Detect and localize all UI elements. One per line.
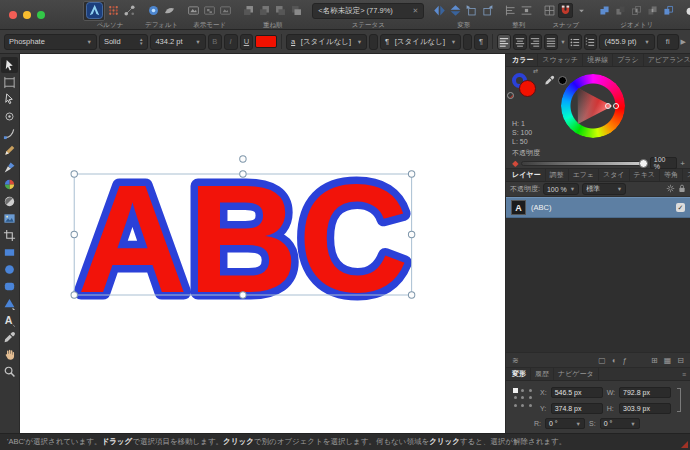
- zoom-tool[interactable]: [1, 363, 18, 379]
- numbered-list-button[interactable]: [584, 34, 598, 50]
- font-size-select[interactable]: 434.2 pt▼: [150, 34, 205, 50]
- preset-icon[interactable]: [146, 3, 161, 18]
- field-w[interactable]: 792.8 px: [619, 387, 671, 398]
- anchor-point-selector[interactable]: [512, 387, 534, 409]
- tab-ナビゲータ[interactable]: ナビゲータ: [554, 368, 599, 380]
- tab-スタイ[interactable]: スタイ: [599, 169, 630, 181]
- panel-menu-icon[interactable]: ≡: [682, 371, 688, 378]
- layer-row[interactable]: A(ABC)✓: [506, 197, 690, 218]
- flip-vertical-icon[interactable]: [448, 3, 463, 18]
- tab-境界線[interactable]: 境界線: [583, 54, 613, 66]
- fill-tool[interactable]: [1, 176, 18, 192]
- picked-color-swatch[interactable]: [558, 76, 567, 85]
- field-y[interactable]: 374.8 px: [551, 403, 603, 414]
- boolean-intersect-icon[interactable]: [629, 3, 644, 18]
- tab-アピアランス[interactable]: アピアランス: [644, 54, 690, 66]
- eyedropper-icon[interactable]: [544, 75, 555, 86]
- italic-button[interactable]: I: [224, 34, 238, 50]
- rotate-ccw-icon[interactable]: [464, 3, 479, 18]
- hue-marker[interactable]: [613, 103, 619, 109]
- tab-カラー[interactable]: カラー: [508, 54, 538, 66]
- link-dimensions-icon[interactable]: [677, 388, 681, 412]
- fill-swatch[interactable]: [519, 80, 536, 97]
- artistic-text-tool[interactable]: A: [1, 312, 18, 328]
- boolean-divide-icon[interactable]: [645, 3, 660, 18]
- add-character-style-button[interactable]: [369, 34, 378, 50]
- triangle-marker[interactable]: [605, 103, 611, 109]
- selection-handle[interactable]: [408, 171, 414, 177]
- to-back-icon[interactable]: [289, 3, 304, 18]
- canvas[interactable]: ABC: [20, 54, 505, 433]
- forward-icon[interactable]: [257, 3, 272, 18]
- boolean-add-icon[interactable]: [597, 3, 612, 18]
- text-fill-swatch[interactable]: [255, 35, 277, 48]
- flip-horizontal-icon[interactable]: [432, 3, 447, 18]
- no-color-icon[interactable]: [507, 92, 514, 99]
- bullet-list-button[interactable]: [568, 34, 582, 50]
- swap-colors-icon[interactable]: ⇄: [533, 67, 538, 74]
- insert-inside-icon[interactable]: [684, 3, 690, 18]
- align-icon[interactable]: [503, 3, 518, 18]
- vector-brush-tool[interactable]: [1, 159, 18, 175]
- view-tool[interactable]: [1, 346, 18, 362]
- rectangle-tool[interactable]: [1, 244, 18, 260]
- tab-調整[interactable]: 調整: [546, 169, 569, 181]
- paragraph-style-select[interactable]: ¶ [スタイルなし]▼: [380, 34, 461, 50]
- shape-tool[interactable]: [1, 295, 18, 311]
- resize-grip-icon[interactable]: [681, 441, 688, 448]
- bold-button[interactable]: B: [208, 34, 222, 50]
- field-h[interactable]: 303.9 px: [619, 403, 671, 414]
- tab-ブラシ[interactable]: ブラシ: [613, 54, 644, 66]
- designer-persona-icon[interactable]: [83, 1, 105, 21]
- pixel-view-icon[interactable]: [202, 3, 217, 18]
- leading-select[interactable]: (455.9 pt)▼: [599, 34, 654, 50]
- blend-options-icon[interactable]: [666, 184, 675, 194]
- opacity-value[interactable]: 100 %: [650, 157, 678, 169]
- minimize-window-button[interactable]: [23, 11, 31, 19]
- selection-handle[interactable]: [408, 231, 414, 237]
- rounded-rectangle-tool[interactable]: [1, 278, 18, 294]
- rotate-cw-icon[interactable]: [480, 3, 495, 18]
- tab-レイヤー[interactable]: レイヤー: [508, 169, 546, 181]
- tab-等角[interactable]: 等角: [660, 169, 683, 181]
- distribute-icon[interactable]: [519, 3, 534, 18]
- tab-スウォッチ[interactable]: スウォッチ: [538, 54, 583, 66]
- pen-tool[interactable]: [1, 125, 18, 141]
- color-picker-tool[interactable]: [1, 329, 18, 345]
- typography-button[interactable]: fi: [657, 34, 679, 50]
- canvas-text-object[interactable]: ABC: [77, 152, 408, 325]
- transparency-tool[interactable]: [1, 193, 18, 209]
- move-tool[interactable]: [1, 57, 18, 73]
- to-front-icon[interactable]: [241, 3, 256, 18]
- close-icon[interactable]: ✕: [412, 7, 418, 15]
- selection-handle[interactable]: [71, 171, 77, 177]
- chevron-down-icon[interactable]: ▼: [560, 39, 565, 45]
- chevron-down-icon[interactable]: [574, 3, 589, 18]
- layer-effects-icon[interactable]: ƒ: [623, 356, 627, 365]
- tab-変形[interactable]: 変形: [508, 368, 531, 380]
- character-style-select[interactable]: a [スタイルなし]▼: [286, 34, 367, 50]
- blend-ranges-icon[interactable]: ≋: [512, 356, 519, 365]
- add-paragraph-style-button[interactable]: [463, 34, 472, 50]
- layers-opacity-select[interactable]: 100 %▼: [543, 183, 579, 195]
- ellipse-tool[interactable]: [1, 261, 18, 277]
- delete-layer-icon[interactable]: ⊟: [677, 356, 684, 365]
- selection-handle[interactable]: [71, 292, 77, 298]
- tab-履歴[interactable]: 履歴: [531, 368, 554, 380]
- overflow-icon[interactable]: ▶: [681, 38, 686, 46]
- artboard-tool[interactable]: [1, 74, 18, 90]
- boolean-subtract-icon[interactable]: [613, 3, 628, 18]
- show-paragraph-marks-button[interactable]: ¶: [474, 34, 488, 50]
- lock-icon[interactable]: [678, 184, 686, 194]
- place-image-tool[interactable]: [1, 210, 18, 226]
- selection-handle[interactable]: [240, 171, 246, 177]
- tab-テキス[interactable]: テキス: [630, 169, 661, 181]
- group-layers-icon[interactable]: ▦: [664, 356, 672, 365]
- backward-icon[interactable]: [273, 3, 288, 18]
- tab-ストッ[interactable]: ストッ: [683, 169, 690, 181]
- pencil-tool[interactable]: [1, 142, 18, 158]
- corner-tool[interactable]: [1, 108, 18, 124]
- snap-magnet-icon[interactable]: [558, 3, 573, 18]
- font-family-select[interactable]: Phosphate▼: [4, 34, 97, 50]
- boolean-combine-icon[interactable]: [661, 3, 676, 18]
